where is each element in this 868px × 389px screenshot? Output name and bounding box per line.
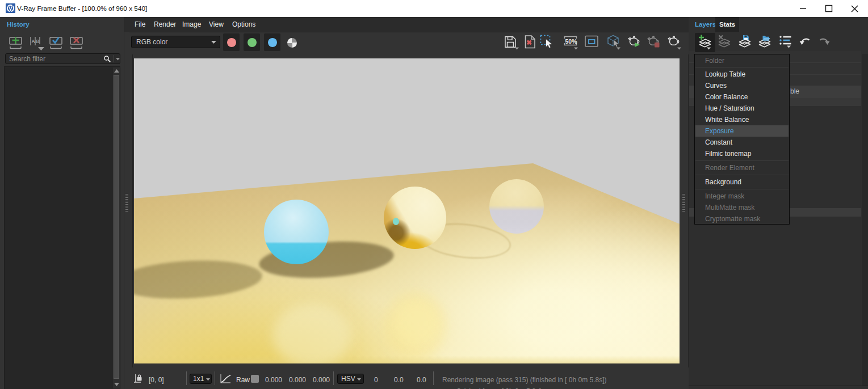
svg-text:50%: 50% xyxy=(565,38,578,45)
svg-text:B: B xyxy=(36,39,40,44)
svg-text:A: A xyxy=(32,39,35,44)
